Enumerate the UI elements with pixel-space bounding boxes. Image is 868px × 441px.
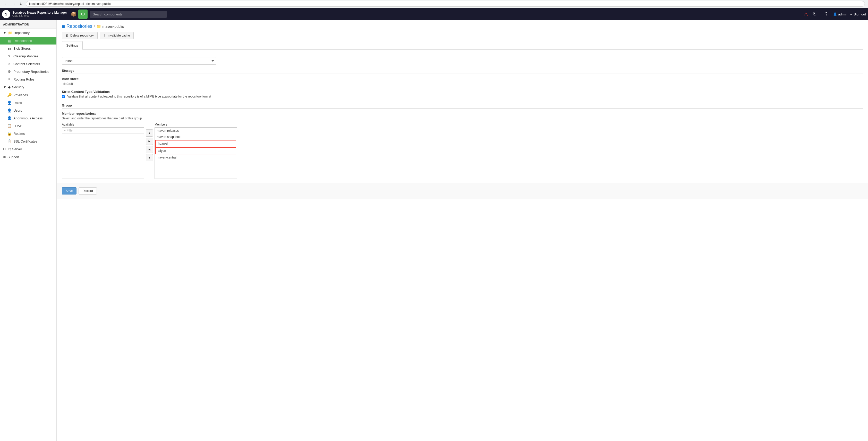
member-repos-desc: Select and order the repositories that a… bbox=[62, 116, 863, 120]
move-left-button[interactable]: ◄ bbox=[146, 146, 153, 153]
repo-folder-icon: 📁 bbox=[8, 31, 12, 35]
sidebar-section-support[interactable]: ✖ Support bbox=[0, 153, 56, 161]
member-repos-container: Available ▿ Filter ▲ ► ◄ bbox=[62, 123, 863, 179]
sidebar-item-label: LDAP bbox=[13, 124, 22, 128]
sidebar-item-roles[interactable]: 👤 Roles bbox=[0, 99, 56, 106]
sidebar-item-blob-stores[interactable]: ☷ Blob Stores bbox=[0, 44, 56, 52]
sign-out-icon: → bbox=[849, 12, 852, 16]
sidebar-section-label: Security bbox=[12, 85, 24, 89]
sidebar-item-repositories[interactable]: ▦ Repositories bbox=[0, 37, 56, 44]
sign-out-label: Sign out bbox=[854, 12, 866, 16]
search-input[interactable] bbox=[90, 11, 167, 18]
strict-content-checkbox[interactable] bbox=[62, 95, 65, 98]
members-repo-panel: maven-releasesmaven-snapshotshuaweialiyu… bbox=[155, 127, 237, 179]
sidebar-item-label: Roles bbox=[13, 101, 22, 105]
users-icon: 👤 bbox=[7, 108, 11, 112]
brand-name: Sonatype Nexus Repository Manager bbox=[12, 11, 67, 14]
tab-settings[interactable]: Settings bbox=[62, 41, 83, 50]
content-selectors-icon: ○ bbox=[7, 62, 11, 66]
blob-store-row: Blob store: default bbox=[62, 77, 863, 86]
sidebar-item-routing-rules[interactable]: ≡ Routing Rules bbox=[0, 75, 56, 83]
inline-select[interactable]: Inline bbox=[62, 57, 216, 65]
sidebar-item-privileges[interactable]: 🔑 Privileges bbox=[0, 91, 56, 99]
user-menu[interactable]: 👤 admin bbox=[833, 12, 847, 16]
sidebar-item-ssl-certs[interactable]: 📋 SSL Certificates bbox=[0, 137, 56, 145]
sidebar-header: Administration bbox=[0, 20, 56, 29]
anon-icon: 👤 bbox=[7, 116, 11, 120]
strict-content-label: Strict Content Type Validation: bbox=[62, 90, 863, 94]
browser-bar: ← → ↻ bbox=[0, 0, 868, 8]
strict-content-desc: Validate that all content uploaded to th… bbox=[67, 95, 211, 98]
browse-icon-btn[interactable]: 📦 bbox=[69, 9, 78, 19]
repo-list-item[interactable]: maven-releases bbox=[155, 128, 237, 134]
brand-icon: S bbox=[2, 10, 10, 18]
help-icon[interactable]: ? bbox=[822, 9, 831, 19]
breadcrumb-link[interactable]: Repositories bbox=[66, 24, 92, 29]
breadcrumb-current: 📁 maven-public bbox=[97, 25, 124, 29]
sidebar-item-cleanup-policies[interactable]: ✎ Cleanup Policies bbox=[0, 52, 56, 60]
repo-list-item[interactable]: maven-central bbox=[155, 155, 237, 161]
repo-list-item[interactable]: maven-snapshots bbox=[155, 134, 237, 140]
brand-text: Sonatype Nexus Repository Manager OSS 3.… bbox=[12, 11, 67, 18]
sidebar-item-proprietary-repos[interactable]: ⚙ Proprietary Repositories bbox=[0, 68, 56, 75]
content-area: ■ Repositories / 📁 maven-public 🗑 Delete… bbox=[57, 20, 868, 441]
sidebar-item-label: Privileges bbox=[13, 93, 28, 97]
sign-out-btn[interactable]: → Sign out bbox=[849, 12, 866, 16]
repo-db-icon: ■ bbox=[62, 24, 65, 29]
cleanup-icon: ✎ bbox=[7, 54, 11, 58]
member-repos-label: Member repositories: bbox=[62, 112, 863, 115]
sidebar: Administration ▼ 📁 Repository ▦ Reposito… bbox=[0, 20, 57, 441]
blob-stores-icon: ☷ bbox=[7, 46, 11, 50]
delete-repository-button[interactable]: 🗑 Delete repository bbox=[62, 32, 98, 39]
alert-icon[interactable]: ⚠ bbox=[804, 11, 808, 17]
sidebar-section-label: Support bbox=[7, 155, 19, 159]
strict-content-row: Strict Content Type Validation: Validate… bbox=[62, 90, 863, 98]
sidebar-item-anonymous-access[interactable]: 👤 Anonymous Access bbox=[0, 114, 56, 122]
available-repo-list bbox=[62, 134, 144, 172]
repo-list-item[interactable]: aliyun bbox=[155, 147, 236, 155]
discard-button[interactable]: Discard bbox=[79, 187, 97, 195]
sidebar-item-content-selectors[interactable]: ○ Content Selectors bbox=[0, 60, 56, 68]
settings-icon-btn[interactable]: ⚙ bbox=[78, 9, 88, 19]
move-right-button[interactable]: ► bbox=[146, 138, 153, 145]
filter-icon: ▿ bbox=[64, 129, 66, 132]
username: admin bbox=[838, 12, 847, 16]
breadcrumb-folder-icon: 📁 bbox=[97, 25, 101, 29]
privileges-icon: 🔑 bbox=[7, 93, 11, 97]
sidebar-section-iq[interactable]: ☐ IQ Server bbox=[0, 145, 56, 153]
forward-button[interactable]: → bbox=[11, 1, 17, 6]
filter-row: ▿ Filter bbox=[62, 128, 144, 134]
members-repo-list[interactable]: maven-releasesmaven-snapshotshuaweialiyu… bbox=[155, 128, 237, 166]
proprietary-icon: ⚙ bbox=[7, 69, 11, 74]
invalidate-btn-label: Invalidate cache bbox=[108, 34, 130, 37]
topbar: S Sonatype Nexus Repository Manager OSS … bbox=[0, 8, 868, 20]
move-up-button[interactable]: ▲ bbox=[146, 129, 153, 137]
sidebar-item-label: Content Selectors bbox=[13, 62, 40, 66]
available-label: Available bbox=[62, 123, 144, 126]
support-icon: ✖ bbox=[3, 155, 6, 159]
back-button[interactable]: ← bbox=[3, 1, 9, 6]
refresh-button[interactable]: ↻ bbox=[19, 1, 24, 6]
security-icon: ◆ bbox=[8, 85, 10, 89]
sidebar-item-realms[interactable]: 🔒 Realms bbox=[0, 130, 56, 137]
url-bar[interactable] bbox=[26, 1, 865, 7]
sidebar-item-ldap[interactable]: 📋 LDAP bbox=[0, 122, 56, 130]
save-label: Save bbox=[66, 189, 73, 193]
sidebar-item-label: Anonymous Access bbox=[13, 116, 42, 120]
repo-list-item[interactable]: huawei bbox=[155, 140, 236, 147]
upload-icon: ⇧ bbox=[103, 34, 106, 37]
sidebar-section-repository[interactable]: ▼ 📁 Repository bbox=[0, 29, 56, 37]
invalidate-cache-button[interactable]: ⇧ Invalidate cache bbox=[100, 32, 134, 39]
sidebar-item-label: Realms bbox=[13, 132, 25, 136]
ldap-icon: 📋 bbox=[7, 124, 11, 128]
realms-icon: 🔒 bbox=[7, 132, 11, 136]
breadcrumb: ■ Repositories / 📁 maven-public bbox=[62, 24, 863, 29]
sidebar-section-security[interactable]: ▼ ◆ Security bbox=[0, 83, 56, 91]
ssl-icon: 📋 bbox=[7, 139, 11, 143]
move-down-button[interactable]: ▼ bbox=[146, 154, 153, 161]
bottom-actions: Save Discard bbox=[57, 183, 868, 199]
content-header: ■ Repositories / 📁 maven-public 🗑 Delete… bbox=[57, 20, 868, 53]
save-button[interactable]: Save bbox=[62, 187, 76, 195]
sidebar-item-users[interactable]: 👤 Users bbox=[0, 106, 56, 114]
refresh-icon[interactable]: ↻ bbox=[810, 9, 819, 19]
